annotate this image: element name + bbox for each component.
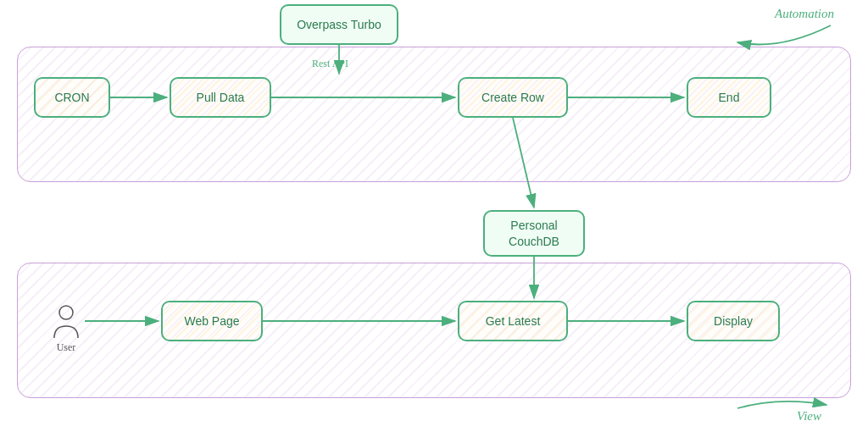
rest-api-label: Rest API [312,58,348,70]
node-end[interactable]: End [687,77,771,118]
node-cron[interactable]: CRON [34,77,110,118]
node-overpass[interactable]: Overpass Turbo [280,4,398,45]
view-label: View [797,409,821,424]
node-display[interactable]: Display [687,301,780,341]
svg-point-0 [59,306,73,319]
user-icon-area: User [51,302,81,354]
node-createrow[interactable]: Create Row [458,77,568,118]
diagram-container: Automation View Rest API Overpass Turbo … [0,0,868,432]
automation-label: Automation [775,7,834,21]
node-getlatest[interactable]: Get Latest [458,301,568,341]
node-webpage[interactable]: Web Page [161,301,263,341]
node-pulldata[interactable]: Pull Data [170,77,271,118]
user-icon [51,302,81,340]
node-couchdb[interactable]: Personal CouchDB [483,210,585,257]
